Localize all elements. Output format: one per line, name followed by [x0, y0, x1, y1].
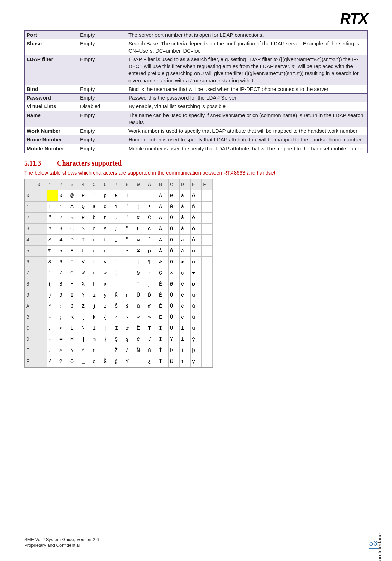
char-row-header: B: [25, 312, 36, 323]
char-cell: Ö: [169, 257, 180, 268]
char-cell: ": [124, 224, 135, 235]
char-row: 1!1AQaqı'¡±ÁÑáñ: [25, 202, 213, 213]
char-cell: ë: [180, 312, 191, 323]
char-cell: *: [47, 301, 58, 312]
char-cell: Y: [80, 290, 91, 301]
char-cell: [202, 235, 213, 246]
param-name: Name: [25, 111, 78, 127]
char-cell: e: [91, 246, 102, 257]
char-cell: ş: [124, 334, 135, 345]
char-row: E.>N^n~ŽžŇňÎÞîþ: [25, 345, 213, 356]
param-name: Port: [25, 31, 78, 39]
char-cell: 8: [58, 279, 69, 290]
char-cell: «: [135, 312, 146, 323]
char-cell: ¸: [146, 279, 157, 290]
param-name: Sbase: [25, 39, 78, 55]
char-cell: Þ: [169, 345, 180, 356]
char-cell: Û: [169, 312, 180, 323]
char-col-header: 0: [36, 179, 47, 190]
table-row: PasswordEmptyPassword is the password fo…: [25, 94, 368, 102]
char-row-header: 5: [25, 246, 36, 257]
char-cell: q: [102, 202, 113, 213]
param-name: Home Number: [25, 135, 78, 144]
char-cell: [135, 190, 146, 202]
char-cell: b: [91, 213, 102, 224]
char-cell: ň: [146, 345, 157, 356]
char-cell: Z: [80, 301, 91, 312]
char-cell: ě: [135, 334, 146, 345]
char-cell: \: [80, 323, 91, 334]
char-cell: s: [102, 224, 113, 235]
char-cell: ': [124, 213, 135, 224]
char-cell: D: [69, 235, 80, 246]
char-cell: ñ: [191, 202, 202, 213]
table-row: Mobile NumberEmptyMobile number is used …: [25, 144, 368, 153]
char-cell: [36, 312, 47, 323]
char-cell: ö: [191, 257, 202, 268]
param-desc: Work number is used to specify that LDAP…: [126, 127, 368, 135]
char-cell: O: [69, 356, 80, 367]
char-cell: £: [135, 224, 146, 235]
char-cell: §: [135, 268, 146, 279]
char-row: A*:JZjzŠšůďÊÚêú: [25, 301, 213, 312]
param-default: Empty: [78, 85, 126, 93]
char-cell: È: [157, 279, 169, 290]
char-cell: +: [47, 312, 58, 323]
char-cell: ·: [146, 268, 157, 279]
char-cell: ›: [124, 312, 135, 323]
char-cell: €: [113, 190, 124, 202]
char-cell: [: [80, 312, 91, 323]
param-desc: Search Base. The criteria depends on the…: [126, 39, 368, 55]
char-cell: l: [91, 323, 102, 334]
char-cell: F: [69, 257, 80, 268]
char-cell: ¿: [146, 356, 157, 367]
char-col-header: 7: [113, 179, 124, 190]
char-col-header: E: [191, 179, 202, 190]
char-cell: x: [102, 279, 113, 290]
char-cell: k: [91, 312, 102, 323]
char-cell: ð: [191, 190, 202, 202]
char-cell: -: [47, 334, 58, 345]
character-table: 0123456789ABCDEF 00@P`p€İ°ÀĐàð1!1AQaqı'¡…: [25, 179, 213, 367]
char-cell: [36, 268, 47, 279]
char-cell: [36, 356, 47, 367]
char-cell: !: [47, 202, 58, 213]
char-row: 9)9IYiyŘřŮĎÉÙéù: [25, 290, 213, 301]
char-cell: f: [91, 257, 102, 268]
char-cell: @: [69, 190, 80, 202]
char-cell: °: [146, 190, 157, 202]
char-row-header: 1: [25, 202, 36, 213]
char-cell: {: [102, 312, 113, 323]
char-row: 2"2BRbr‚'¢ČÂÒâò: [25, 213, 213, 224]
char-cell: Ť: [146, 323, 157, 334]
char-cell: Ě: [135, 323, 146, 334]
char-cell: [36, 334, 47, 345]
char-cell: ;: [58, 312, 69, 323]
char-cell: j: [91, 301, 102, 312]
char-cell: H: [69, 279, 80, 290]
param-default: Empty: [78, 144, 126, 153]
char-col-header: 4: [80, 179, 91, 190]
char-cell: ß: [169, 356, 180, 367]
brand-logo: RTX: [24, 10, 368, 27]
char-cell: Ç: [157, 268, 169, 279]
param-name: LDAP filter: [25, 55, 78, 85]
char-cell: »: [146, 312, 157, 323]
char-cell: ‚: [113, 213, 124, 224]
char-cell: :: [58, 301, 69, 312]
char-cell: n: [91, 345, 102, 356]
char-cell: ‡: [113, 268, 124, 279]
char-cell: ï: [180, 356, 191, 367]
table-row: BindEmptyBind is the username that will …: [25, 85, 368, 93]
char-cell: (: [47, 279, 58, 290]
char-cell: 0: [58, 190, 69, 202]
char-cell: œ: [124, 323, 135, 334]
table-row: SbaseEmptySearch Base. The criteria depe…: [25, 39, 368, 55]
char-cell: .: [47, 345, 58, 356]
char-cell: ¢: [135, 213, 146, 224]
char-cell: 4: [58, 235, 69, 246]
char-cell: Ř: [113, 290, 124, 301]
char-cell: [36, 190, 47, 202]
char-cell: [36, 235, 47, 246]
char-cell: X: [80, 279, 91, 290]
